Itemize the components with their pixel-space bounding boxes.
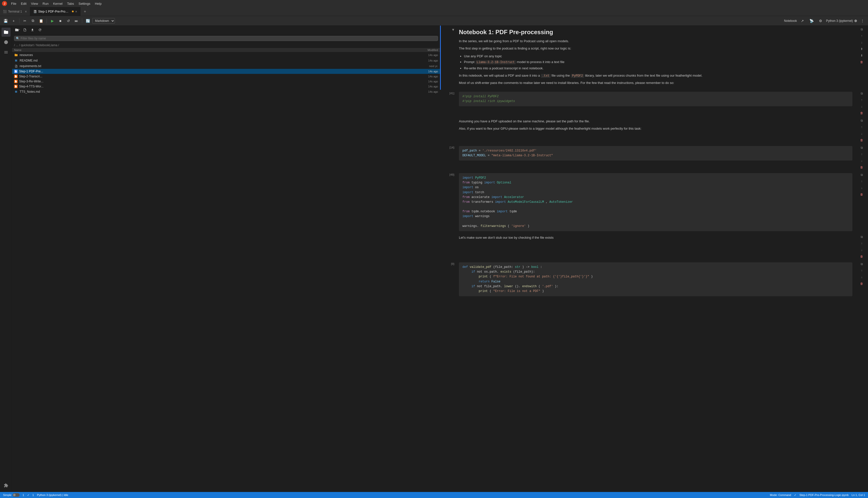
cell-move-up-button[interactable]: ↑ — [859, 152, 865, 157]
list-item[interactable]: requirements.txt next yr. — [12, 63, 440, 69]
code-block-3[interactable]: import PyPDF2 from typing import Optiona… — [459, 173, 852, 231]
cell-move-down-button[interactable]: ↓ — [859, 104, 865, 109]
tab-terminal-close[interactable]: × — [25, 10, 27, 14]
list-item[interactable]: Step-2-Transcri... 14s ago — [12, 74, 440, 79]
code-line: import os — [462, 185, 849, 190]
fast-forward-button[interactable]: ⏭ — [73, 17, 80, 24]
cell-move-down-button[interactable]: ↓ — [859, 274, 865, 280]
cell-copy-button[interactable]: ⧉ — [859, 118, 865, 123]
refresh-button[interactable]: 🔄 — [84, 17, 91, 24]
cell-gutter-1: ▼ — [441, 26, 456, 90]
broadcast-button[interactable]: 📡 — [808, 17, 815, 24]
list-item[interactable]: resources 14s ago — [12, 52, 440, 58]
cell-gutter-3 — [441, 117, 456, 144]
cell-move-up-button[interactable]: ↑ — [859, 241, 865, 246]
cell-move-up-button[interactable]: ↑ — [859, 33, 865, 39]
stop-button[interactable]: ■ — [57, 17, 64, 24]
menu-kernel[interactable]: Kernel — [51, 1, 65, 6]
cell-add-below-button[interactable]: ⬇ — [859, 53, 865, 58]
cell-delete-button[interactable]: 🗑 — [859, 165, 865, 170]
kernel-name-label: Python 3 (ipykernel) — [826, 19, 853, 23]
cell-copy-button[interactable]: ⧉ — [859, 91, 865, 96]
cell-copy-button[interactable]: ⧉ — [859, 261, 865, 267]
cell-content-code1[interactable]: #!pip install PyPDF2 #!pip install rich … — [456, 90, 855, 117]
new-folder-button[interactable]: + — [14, 27, 21, 33]
list-item-active[interactable]: Step-1 PDF-Pre... 14s ago — [12, 69, 440, 74]
add-cell-button[interactable]: + — [10, 17, 17, 24]
menu-settings[interactable]: Settings — [76, 1, 92, 6]
cell-delete-button[interactable]: 🗑 — [859, 192, 865, 197]
cell-content-code3[interactable]: import PyPDF2 from typing import Optiona… — [456, 171, 855, 233]
upload-button[interactable] — [29, 27, 36, 33]
cell-move-up-button[interactable]: ↑ — [859, 179, 865, 184]
cell-move-down-button[interactable]: ↓ — [859, 40, 865, 45]
menu-view[interactable]: View — [29, 1, 40, 6]
code-block-2[interactable]: pdf_path = './resources/2402.13116v4.pdf… — [459, 146, 852, 160]
cell-content-md1[interactable]: Notebook 1: PDF Pre-processing In the se… — [456, 26, 855, 90]
cell-move-up-button[interactable]: ↑ — [859, 97, 865, 103]
sidebar-icon-toc[interactable] — [1, 48, 11, 57]
tab-add-button[interactable]: + — [80, 7, 90, 16]
cell-move-down-button[interactable]: ↓ — [859, 131, 865, 136]
search-box[interactable]: 🔍 — [14, 36, 438, 41]
cell-delete-button[interactable]: 🗑 — [859, 110, 865, 116]
cut-button[interactable]: ✂ — [21, 17, 28, 24]
cell-copy-button[interactable]: ⧉ — [859, 172, 865, 178]
list-item[interactable]: Step-3-Re-Write... 14s ago — [12, 79, 440, 84]
menu-help[interactable]: Help — [93, 1, 104, 6]
code-block-4[interactable]: def validate_pdf (file_path: str ) -> bo… — [459, 262, 852, 296]
settings-gear-button[interactable]: ⚙ — [817, 17, 824, 24]
save-button[interactable]: 💾 — [2, 17, 9, 24]
cell-copy-button[interactable]: ⧉ — [859, 234, 865, 240]
paste-button[interactable]: 📋 — [37, 17, 44, 24]
kernel-menu-button[interactable]: ⋮ — [859, 17, 866, 24]
menu-tabs[interactable]: Tabs — [65, 1, 76, 6]
cell-content-md2[interactable]: Assuming you have a PDF uploaded on the … — [456, 117, 855, 144]
code-block-1[interactable]: #!pip install PyPDF2 #!pip install rich … — [459, 92, 852, 106]
menu-file[interactable]: File — [9, 1, 18, 6]
collapse-arrow[interactable]: ▼ — [451, 28, 455, 32]
list-item[interactable]: M README.md 14s ago — [12, 58, 440, 63]
restart-button[interactable]: ↺ — [65, 17, 72, 24]
cell-copy-button[interactable]: ⧉ — [859, 27, 865, 32]
sidebar-icon-running[interactable] — [1, 38, 11, 47]
refresh-files-button[interactable] — [37, 27, 43, 33]
tab-notebook[interactable]: 📓 Step-1 PDF-Pre-Processing × — [30, 7, 80, 16]
cell-actions-4: ⧉ ↑ ↓ 🗑 — [855, 144, 868, 171]
cell-move-up-button[interactable]: ↑ — [859, 268, 865, 273]
cell-move-down-button[interactable]: ↓ — [859, 158, 865, 163]
cell-add-above-button[interactable]: ⬆ — [859, 46, 865, 52]
breadcrumb-root[interactable]: / ... / quickstart / NotebookLlama / — [14, 43, 59, 47]
cell-delete-button[interactable]: 🗑 — [859, 137, 865, 143]
cell-copy-button[interactable]: ⧉ — [859, 145, 865, 150]
code-plain — [462, 289, 477, 293]
cell-move-down-button[interactable]: ↓ — [859, 185, 865, 191]
list-item[interactable]: M TTS_Notes.md 14s ago — [12, 89, 440, 94]
copy-button[interactable]: ⧉ — [29, 17, 37, 24]
open-notebook-button[interactable]: ↗ — [799, 17, 806, 24]
cell-delete-button[interactable]: 🗑 — [859, 59, 865, 65]
mode-toggle[interactable] — [13, 493, 20, 497]
cell-move-down-button[interactable]: ↓ — [859, 247, 865, 253]
file-toolbar: + — [12, 26, 440, 35]
notebook-toolbar: 💾 + ✂ ⧉ 📋 ▶ ■ ↺ ⏭ 🔄 Markdown Code Raw No… — [0, 16, 868, 26]
cell-delete-button[interactable]: 🗑 — [859, 281, 865, 286]
tab-notebook-close[interactable]: × — [75, 10, 77, 14]
sidebar-icon-extensions[interactable] — [1, 481, 11, 490]
search-input[interactable] — [21, 37, 436, 40]
menu-run[interactable]: Run — [40, 1, 51, 6]
cell-container-7: [9]: def validate_pdf (file_path: str ) … — [440, 260, 868, 298]
new-file-button[interactable] — [22, 27, 28, 33]
run-button[interactable]: ▶ — [49, 17, 56, 24]
cell-type-dropdown[interactable]: Markdown Code Raw — [92, 18, 115, 24]
cell-move-up-button[interactable]: ↑ — [859, 124, 865, 130]
cell-content-md3[interactable]: Let's make sure we don't stub our toe by… — [456, 233, 855, 260]
tab-terminal[interactable]: ⬛ Terminal 1 × — [0, 7, 30, 16]
cell-content-code4[interactable]: def validate_pdf (file_path: str ) -> bo… — [456, 260, 855, 298]
cell-delete-button[interactable]: 🗑 — [859, 254, 865, 259]
sidebar-icon-files[interactable] — [1, 28, 11, 37]
cell-content-code2[interactable]: pdf_path = './resources/2402.13116v4.pdf… — [456, 144, 855, 171]
code-kw: import — [462, 191, 473, 194]
list-item[interactable]: Step-4-TTS-Wor... 14s ago — [12, 84, 440, 89]
menu-edit[interactable]: Edit — [19, 1, 28, 6]
